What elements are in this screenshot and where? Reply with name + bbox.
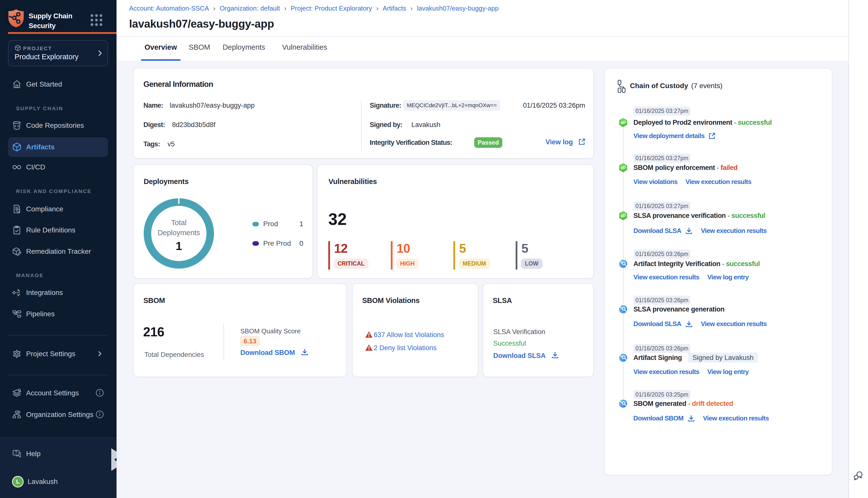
svg-text:?: ? — [15, 450, 17, 455]
